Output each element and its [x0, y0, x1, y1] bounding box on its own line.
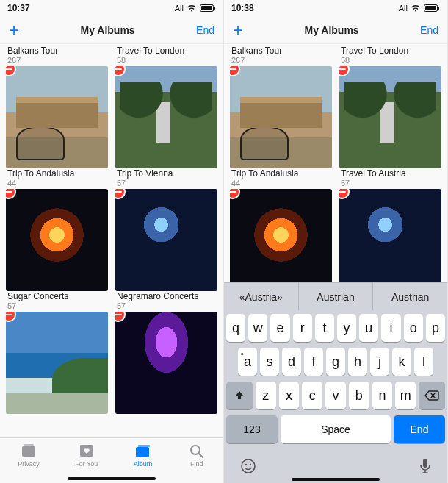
album-count: 57	[6, 301, 108, 310]
svg-line-9	[199, 454, 203, 457]
svg-point-8	[191, 446, 200, 454]
key-c[interactable]: c	[302, 382, 322, 409]
svg-point-15	[250, 463, 251, 465]
space-key[interactable]: Space	[281, 415, 391, 443]
home-indicator[interactable]	[68, 477, 156, 480]
key-q[interactable]: q	[226, 314, 245, 342]
backspace-key[interactable]	[419, 382, 445, 409]
shift-key[interactable]	[226, 382, 253, 409]
key-j[interactable]: j	[370, 348, 389, 376]
suggestion-item[interactable]: Austrian	[373, 283, 447, 310]
key-l[interactable]: l	[414, 348, 433, 376]
album-thumbnail[interactable]	[230, 189, 332, 282]
albums-grid[interactable]: Balkans Tour 267 Trip To Andalusia 44 Tr…	[224, 44, 447, 282]
svg-point-13	[242, 459, 255, 473]
keyboard-bottom-bar	[224, 452, 447, 483]
album-count: 44	[6, 179, 108, 187]
key-p[interactable]: p	[426, 314, 445, 342]
home-indicator[interactable]	[292, 478, 380, 481]
key-k[interactable]: k	[392, 348, 411, 376]
key-o[interactable]: o	[404, 314, 423, 342]
keyboard-suggestions: «Austria» Austrian Austrian	[224, 282, 447, 310]
key-x[interactable]: x	[279, 382, 300, 409]
key-w[interactable]: w	[248, 314, 267, 342]
key-h[interactable]: h	[348, 348, 367, 376]
thumbnail-image	[339, 189, 441, 282]
svg-rect-2	[214, 7, 216, 10]
svg-rect-1	[201, 6, 212, 10]
tab-label: Find	[190, 460, 203, 468]
album-item[interactable]: Balkans Tour 267 Trip To Andalusia 44	[230, 46, 332, 282]
thumbnail-image	[6, 66, 108, 168]
album-title: Trip To Andalusia	[6, 168, 108, 179]
suggestion-item[interactable]: «Austria»	[224, 283, 299, 310]
done-button[interactable]: End	[196, 24, 214, 36]
key-g[interactable]: g	[326, 348, 345, 376]
tab-albums[interactable]: Album	[134, 443, 153, 468]
status-bar: 10:37 All	[0, 0, 223, 16]
album-thumbnail[interactable]	[230, 66, 332, 168]
album-item[interactable]: Balkans Tour 267 Trip To Andalusia 44 Su…	[6, 46, 108, 414]
album-thumbnail[interactable]	[115, 312, 217, 414]
emoji-key[interactable]	[240, 458, 256, 478]
key-b[interactable]: b	[349, 382, 369, 409]
album-thumbnail[interactable]	[339, 66, 441, 168]
key-m[interactable]: m	[395, 382, 416, 409]
album-title: Travel To Austria	[339, 168, 441, 179]
album-thumbnail[interactable]	[115, 189, 217, 291]
thumbnail-image	[115, 66, 217, 168]
album-thumbnail[interactable]	[115, 66, 217, 168]
album-thumbnail[interactable]	[6, 66, 108, 168]
album-title: Balkans Tour	[6, 46, 108, 56]
key-u[interactable]: u	[359, 314, 378, 342]
svg-rect-6	[136, 447, 149, 457]
screen-left: 10:37 All + My Albums End Balkans Tour 2…	[0, 0, 224, 483]
numbers-key[interactable]: 123	[226, 415, 278, 443]
albums-icon	[134, 443, 152, 459]
key-n[interactable]: n	[372, 382, 393, 409]
keyboard: q w e r t y u i o p ▪a s d f g h j k l z	[224, 310, 447, 452]
album-item[interactable]: Travel To London 58 Travel To Austria 57	[339, 46, 441, 282]
album-thumbnail[interactable]	[6, 189, 108, 291]
album-item[interactable]: Travel To London 58 Trip To Vienna 57 Ne…	[115, 46, 217, 414]
album-count: 267	[6, 56, 108, 65]
album-count: 57	[115, 179, 217, 187]
key-a[interactable]: ▪a	[238, 348, 257, 376]
wifi-icon	[187, 4, 197, 12]
key-e[interactable]: e	[270, 314, 289, 342]
keyboard-row: z x c v b n m	[226, 382, 445, 409]
search-icon	[188, 443, 206, 459]
nav-bar: + My Albums End	[224, 16, 447, 44]
key-i[interactable]: i	[381, 314, 400, 342]
album-title: Travel To London	[115, 46, 217, 56]
key-t[interactable]: t	[315, 314, 334, 342]
add-button[interactable]: +	[9, 21, 19, 39]
key-r[interactable]: r	[293, 314, 312, 342]
tab-library[interactable]: Privacy	[18, 443, 40, 468]
svg-point-14	[245, 463, 247, 465]
key-v[interactable]: v	[325, 382, 346, 409]
dictation-key[interactable]	[419, 458, 431, 477]
album-title: Balkans Tour	[230, 46, 332, 56]
add-button[interactable]: +	[233, 21, 243, 39]
album-title: Travel To London	[339, 46, 441, 56]
tab-label: For You	[75, 460, 98, 468]
album-thumbnail[interactable]	[339, 189, 441, 282]
tab-label: Album	[134, 460, 153, 468]
key-s[interactable]: s	[260, 348, 279, 376]
svg-rect-3	[22, 446, 35, 457]
suggestion-item[interactable]: Austrian	[299, 283, 374, 310]
key-d[interactable]: d	[282, 348, 301, 376]
albums-grid[interactable]: Balkans Tour 267 Trip To Andalusia 44 Su…	[0, 44, 223, 437]
key-z[interactable]: z	[256, 382, 276, 409]
svg-rect-7	[138, 445, 150, 447]
key-f[interactable]: f	[304, 348, 323, 376]
tab-search[interactable]: Find	[188, 443, 206, 468]
shift-icon	[234, 390, 245, 401]
tab-for-you[interactable]: For You	[75, 443, 98, 468]
album-thumbnail[interactable]	[6, 312, 108, 414]
key-y[interactable]: y	[337, 314, 356, 342]
return-key[interactable]: End	[394, 415, 445, 443]
done-button[interactable]: End	[420, 24, 438, 36]
thumbnail-image	[115, 189, 217, 291]
